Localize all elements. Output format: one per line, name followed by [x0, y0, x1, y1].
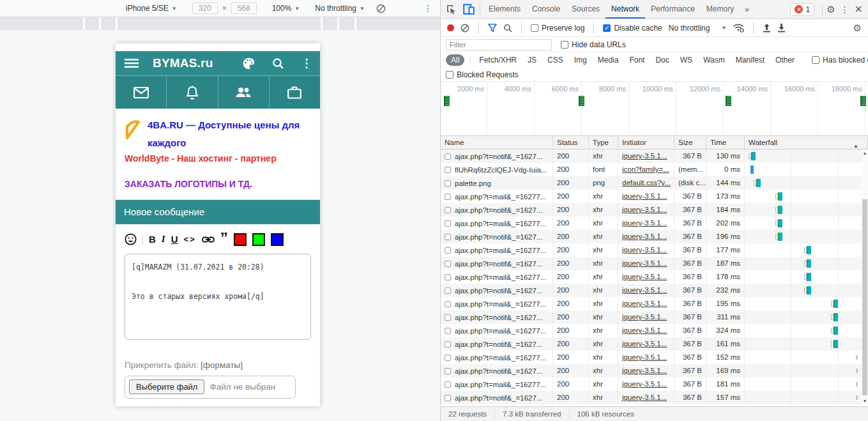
search-icon[interactable]	[272, 57, 284, 70]
filter-pill-doc[interactable]: Doc	[653, 54, 671, 66]
hamburger-menu-icon[interactable]	[125, 58, 139, 68]
network-throttle-select[interactable]: No throttling ▼	[669, 24, 727, 33]
bold-button[interactable]: B	[149, 234, 156, 245]
request-row[interactable]: ajax.php?t=notif&_=1627...200xhrjquery-3…	[441, 364, 868, 378]
hide-data-urls-checkbox[interactable]: Hide data URLs	[561, 40, 626, 49]
disable-cache-checkbox[interactable]: ✓ Disable cache	[603, 24, 662, 33]
banner-ad-link[interactable]: 4BA.RU — Доступные цены для каждого	[148, 119, 300, 148]
filter-pill-other[interactable]: Other	[773, 54, 797, 66]
banner-order-link[interactable]: ЗАКАЗАТЬ ЛОГОТИПЫ И ТД.	[125, 179, 311, 189]
request-row[interactable]: ajax.php?t=mail&_=16277...200xhrjquery-3…	[441, 297, 868, 310]
request-checkbox[interactable]	[445, 207, 451, 213]
has-blocked-cookies-checkbox[interactable]: Has blocked cookies	[812, 56, 868, 65]
clear-network-log-icon[interactable]	[461, 24, 469, 33]
request-row[interactable]: ajax.php?t=notif&_=1627...200xhrjquery-3…	[441, 230, 868, 243]
initiator-link[interactable]: jquery-3.5.1...	[622, 286, 667, 294]
file-input[interactable]: Выберите файл Файл не выбран	[125, 376, 296, 399]
request-row[interactable]: ajax.php?t=mail&_=16277...200xhrjquery-3…	[441, 190, 868, 203]
settings-gear-icon[interactable]: ⚙	[826, 4, 835, 15]
error-count-badge[interactable]: ✕ 1	[790, 3, 814, 16]
italic-button[interactable]: I	[162, 234, 165, 245]
inspect-element-icon[interactable]	[446, 4, 457, 15]
device-height-input[interactable]	[231, 3, 257, 14]
underline-button[interactable]: U	[171, 234, 178, 245]
request-checkbox[interactable]	[445, 167, 451, 173]
request-row[interactable]: ajax.php?t=notif&_=1627...200xhrjquery-3…	[441, 257, 868, 270]
request-row[interactable]: ajax.php?t=notif&_=1627...200xhrjquery-3…	[441, 337, 868, 351]
filter-pill-all[interactable]: All	[446, 54, 464, 66]
request-row[interactable]: ajax.php?t=mail&_=16277...200xhrjquery-3…	[441, 243, 868, 257]
attach-formats-link[interactable]: [форматы]	[201, 360, 243, 370]
tab-users[interactable]	[218, 76, 270, 109]
link-icon[interactable]	[202, 236, 215, 243]
more-tabs-button[interactable]: »	[740, 5, 754, 14]
request-checkbox[interactable]	[445, 180, 451, 187]
request-row[interactable]: ajax.php?t=mail&_=16277...200xhrjquery-3…	[441, 270, 868, 284]
request-checkbox[interactable]	[445, 301, 451, 307]
tab-memory[interactable]: Memory	[701, 0, 740, 19]
toggle-device-toolbar-icon[interactable]	[463, 4, 475, 15]
filter-pill-js[interactable]: JS	[525, 54, 539, 66]
initiator-link[interactable]: jquery-3.5.1...	[622, 300, 667, 307]
initiator-link[interactable]: icon?family=...	[622, 165, 669, 173]
request-checkbox[interactable]	[445, 395, 451, 401]
tab-network[interactable]: Network	[605, 0, 645, 19]
scroll-up-icon[interactable]: ▲	[862, 151, 868, 155]
initiator-link[interactable]: jquery-3.5.1...	[622, 219, 667, 227]
request-checkbox[interactable]	[445, 194, 451, 200]
column-header-waterfall[interactable]: Waterfall▲	[745, 136, 868, 149]
initiator-link[interactable]: jquery-3.5.1...	[622, 394, 667, 401]
device-throttle-select[interactable]: No throttling ▼	[315, 4, 365, 13]
filter-pill-font[interactable]: Font	[627, 54, 647, 66]
scrollbar-thumb[interactable]	[862, 199, 867, 395]
export-har-icon[interactable]	[777, 23, 786, 33]
initiator-link[interactable]: jquery-3.5.1...	[622, 313, 667, 321]
choose-file-button[interactable]: Выберите файл	[129, 379, 204, 394]
network-settings-gear-icon[interactable]: ⚙	[853, 22, 862, 34]
request-checkbox[interactable]	[445, 355, 451, 361]
request-checkbox[interactable]	[445, 274, 451, 280]
close-devtools-icon[interactable]: ✕	[855, 3, 863, 15]
filter-input[interactable]	[446, 39, 552, 50]
filter-pill-css[interactable]: CSS	[545, 54, 566, 66]
initiator-link[interactable]: jquery-3.5.1...	[622, 152, 667, 160]
rotate-device-icon[interactable]	[375, 2, 388, 15]
scroll-down-icon[interactable]: ▼	[862, 399, 868, 403]
request-row[interactable]: ajax.php?t=notif&_=1627...200xhrjquery-3…	[441, 284, 868, 297]
table-scrollbar[interactable]: ▲ ▼	[862, 149, 868, 404]
request-checkbox[interactable]	[445, 368, 451, 374]
request-row[interactable]: palette.png200pngdefault.css?v...(disk c…	[441, 176, 868, 190]
record-network-log-button[interactable]	[447, 24, 454, 31]
overflow-menu-icon[interactable]: ⋮	[301, 56, 312, 70]
quote-button[interactable]: ”	[220, 235, 228, 244]
network-overview-timeline[interactable]: 2000 ms4000 ms6000 ms8000 ms10000 ms1200…	[441, 82, 868, 136]
initiator-link[interactable]: jquery-3.5.1...	[622, 353, 667, 361]
request-checkbox[interactable]	[445, 153, 451, 160]
media-query-bar[interactable]	[0, 17, 440, 30]
tab-sources[interactable]: Sources	[566, 0, 605, 19]
message-textarea[interactable]: [q]MARAZM (31.07.2021 в 20:28) Это в ста…	[125, 254, 311, 340]
initiator-link[interactable]: jquery-3.5.1...	[622, 340, 667, 348]
tab-elements[interactable]: Elements	[483, 0, 526, 19]
color-green-button[interactable]	[252, 233, 265, 246]
network-conditions-icon[interactable]	[733, 23, 744, 33]
filter-pill-media[interactable]: Media	[595, 54, 621, 66]
device-width-input[interactable]	[192, 3, 218, 14]
initiator-link[interactable]: default.css?v...	[622, 179, 671, 187]
initiator-link[interactable]: jquery-3.5.1...	[622, 246, 667, 254]
tab-messages[interactable]	[116, 76, 167, 109]
import-har-icon[interactable]	[763, 23, 771, 33]
initiator-link[interactable]: jquery-3.5.1...	[622, 380, 667, 388]
request-row[interactable]: ajax.php?t=mail&_=16277...200xhrjquery-3…	[441, 324, 868, 337]
code-button[interactable]: <>	[184, 234, 196, 244]
initiator-link[interactable]: jquery-3.5.1...	[622, 273, 667, 280]
filter-pill-ws[interactable]: WS	[678, 54, 695, 66]
column-header-type[interactable]: Type	[589, 136, 618, 149]
tab-notifications[interactable]	[167, 76, 218, 109]
devtools-menu-icon[interactable]: ⋮	[837, 4, 853, 15]
request-row[interactable]: ajax.php?t=notif&_=1627...200xhrjquery-3…	[441, 391, 868, 404]
filter-pill-img[interactable]: Img	[572, 54, 590, 66]
initiator-link[interactable]: jquery-3.5.1...	[622, 367, 667, 374]
column-header-status[interactable]: Status	[553, 136, 589, 149]
request-row[interactable]: ajax.php?t=mail&_=16277...200xhrjquery-3…	[441, 217, 868, 230]
